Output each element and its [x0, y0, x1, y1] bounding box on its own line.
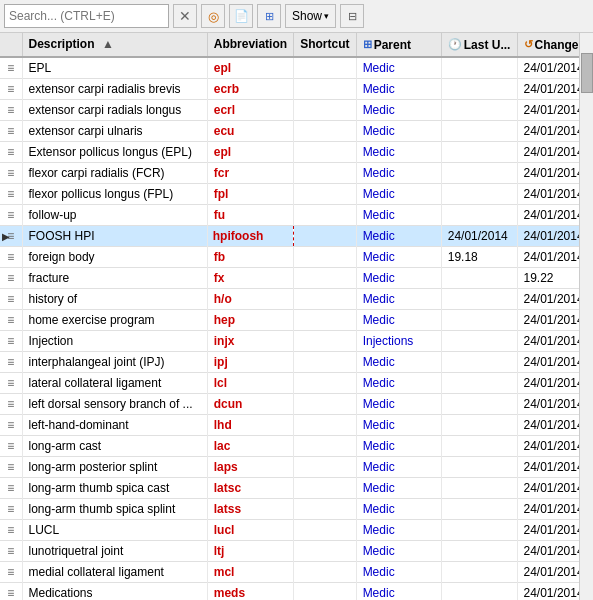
table-row[interactable]: ≡flexor carpi radialis (FCR)fcrMedic24/0…: [0, 162, 593, 183]
row-description: flexor carpi radialis (FCR): [22, 162, 207, 183]
table-row[interactable]: ≡lunotriquetral jointltjMedic24/01/2014: [0, 540, 593, 561]
row-menu-icon: ≡: [7, 460, 14, 474]
row-parent[interactable]: Medic: [356, 120, 441, 141]
row-menu-icon: ≡: [7, 250, 14, 264]
row-icon-cell: ≡: [0, 246, 22, 267]
row-last-used: [441, 99, 517, 120]
row-description: long-arm thumb spica cast: [22, 477, 207, 498]
table-row[interactable]: ≡home exercise programhepMedic24/01/2014: [0, 309, 593, 330]
table-row[interactable]: ≡long-arm posterior splintlapsMedic24/01…: [0, 456, 593, 477]
row-parent[interactable]: Medic: [356, 141, 441, 162]
table-row[interactable]: ≡MedicationsmedsMedic24/01/2014: [0, 582, 593, 600]
row-parent[interactable]: Medic: [356, 561, 441, 582]
row-description: Extensor pollicus longus (EPL): [22, 141, 207, 162]
row-abbreviation: ltj: [207, 540, 293, 561]
row-shortcut: [294, 498, 356, 519]
target-button[interactable]: ◎: [201, 4, 225, 28]
col-header-last-used[interactable]: 🕐 Last U...: [441, 33, 517, 57]
row-last-used: [441, 477, 517, 498]
table-row[interactable]: ≡Extensor pollicus longus (EPL)eplMedic2…: [0, 141, 593, 162]
table-row[interactable]: ≡long-arm thumb spica splintlatssMedic24…: [0, 498, 593, 519]
col-header-abbreviation[interactable]: Abbreviation: [207, 33, 293, 57]
row-parent[interactable]: Medic: [356, 372, 441, 393]
table-row[interactable]: ≡left dorsal sensory branch of ...dcunMe…: [0, 393, 593, 414]
table-row[interactable]: ≡interphalangeal joint (IPJ)ipjMedic24/0…: [0, 351, 593, 372]
row-parent[interactable]: Medic: [356, 99, 441, 120]
row-last-used: [441, 330, 517, 351]
row-parent[interactable]: Medic: [356, 267, 441, 288]
row-parent[interactable]: Medic: [356, 162, 441, 183]
table-row[interactable]: ≡LUCLluclMedic24/01/2014: [0, 519, 593, 540]
row-parent[interactable]: Medic: [356, 288, 441, 309]
row-description: extensor carpi ulnaris: [22, 120, 207, 141]
row-menu-icon: ≡: [7, 334, 14, 348]
row-parent[interactable]: Medic: [356, 309, 441, 330]
row-description: history of: [22, 288, 207, 309]
row-parent[interactable]: Medic: [356, 477, 441, 498]
table-row[interactable]: ≡fracturefxMedic19.22: [0, 267, 593, 288]
row-parent[interactable]: Medic: [356, 57, 441, 79]
table-row[interactable]: ≡medial collateral ligamentmclMedic24/01…: [0, 561, 593, 582]
row-abbreviation: injx: [207, 330, 293, 351]
table-row[interactable]: ≡lateral collateral ligamentlclMedic24/0…: [0, 372, 593, 393]
table-row[interactable]: ≡long-arm castlacMedic24/01/2014: [0, 435, 593, 456]
col-header-parent[interactable]: ⊞ Parent: [356, 33, 441, 57]
scrollbar-thumb[interactable]: [581, 53, 593, 93]
table-row[interactable]: ≡follow-upfuMedic24/01/2014: [0, 204, 593, 225]
table-row[interactable]: ≡long-arm thumb spica castlatscMedic24/0…: [0, 477, 593, 498]
row-parent[interactable]: Medic: [356, 204, 441, 225]
row-parent[interactable]: Medic: [356, 582, 441, 600]
row-parent[interactable]: Medic: [356, 393, 441, 414]
table-row[interactable]: ≡extensor carpi radialis brevisecrbMedic…: [0, 78, 593, 99]
table-row[interactable]: ≡extensor carpi radials longusecrlMedic2…: [0, 99, 593, 120]
row-icon-cell: ≡: [0, 267, 22, 288]
row-parent[interactable]: Medic: [356, 540, 441, 561]
row-parent[interactable]: Medic: [356, 498, 441, 519]
row-last-used: [441, 582, 517, 600]
row-parent[interactable]: Medic: [356, 519, 441, 540]
row-parent[interactable]: Medic: [356, 225, 441, 246]
row-parent[interactable]: Medic: [356, 414, 441, 435]
table-row[interactable]: ≡left-hand-dominantlhdMedic24/01/2014: [0, 414, 593, 435]
table-row[interactable]: ≡flexor pollicus longus (FPL)fplMedic24/…: [0, 183, 593, 204]
row-description: Injection: [22, 330, 207, 351]
show-button[interactable]: Show ▾: [285, 4, 336, 28]
clear-button[interactable]: ✕: [173, 4, 197, 28]
search-box[interactable]: [4, 4, 169, 28]
row-icon-cell: ≡: [0, 393, 22, 414]
row-parent[interactable]: Medic: [356, 456, 441, 477]
row-abbreviation: lucl: [207, 519, 293, 540]
table-row[interactable]: ≡EPLeplMedic24/01/2014: [0, 57, 593, 79]
row-abbreviation: fb: [207, 246, 293, 267]
row-menu-icon: ≡: [7, 313, 14, 327]
row-parent[interactable]: Injections: [356, 330, 441, 351]
table-row[interactable]: ≡foreign bodyfbMedic19.1824/01/2014: [0, 246, 593, 267]
row-menu-icon: ≡: [7, 397, 14, 411]
row-parent[interactable]: Medic: [356, 183, 441, 204]
search-input[interactable]: [9, 9, 129, 23]
grid-button[interactable]: ⊞: [257, 4, 281, 28]
row-parent[interactable]: Medic: [356, 351, 441, 372]
layout-button[interactable]: ⊟: [340, 4, 364, 28]
col-header-description[interactable]: Description ▲: [22, 33, 207, 57]
scrollbar[interactable]: [579, 33, 593, 600]
row-shortcut: [294, 204, 356, 225]
table-row[interactable]: ≡history ofh/oMedic24/01/2014: [0, 288, 593, 309]
table-row[interactable]: ≡InjectioninjxInjections24/01/2014: [0, 330, 593, 351]
row-parent[interactable]: Medic: [356, 78, 441, 99]
row-parent[interactable]: Medic: [356, 435, 441, 456]
row-description: home exercise program: [22, 309, 207, 330]
row-description: fracture: [22, 267, 207, 288]
toolbar: ✕ ◎ 📄 ⊞ Show ▾ ⊟: [0, 0, 593, 33]
row-last-used: [441, 393, 517, 414]
doc-button[interactable]: 📄: [229, 4, 253, 28]
col-header-shortcut[interactable]: Shortcut: [294, 33, 356, 57]
table-row[interactable]: ≡extensor carpi ulnarisecuMedic24/01/201…: [0, 120, 593, 141]
table-row[interactable]: ▶≡FOOSH HPIhpifooshMedic24/01/201424/01/…: [0, 225, 593, 246]
row-parent[interactable]: Medic: [356, 246, 441, 267]
row-shortcut: [294, 330, 356, 351]
row-description: foreign body: [22, 246, 207, 267]
row-menu-icon: ≡: [7, 82, 14, 96]
row-last-used: [441, 141, 517, 162]
row-icon-cell: ≡: [0, 183, 22, 204]
